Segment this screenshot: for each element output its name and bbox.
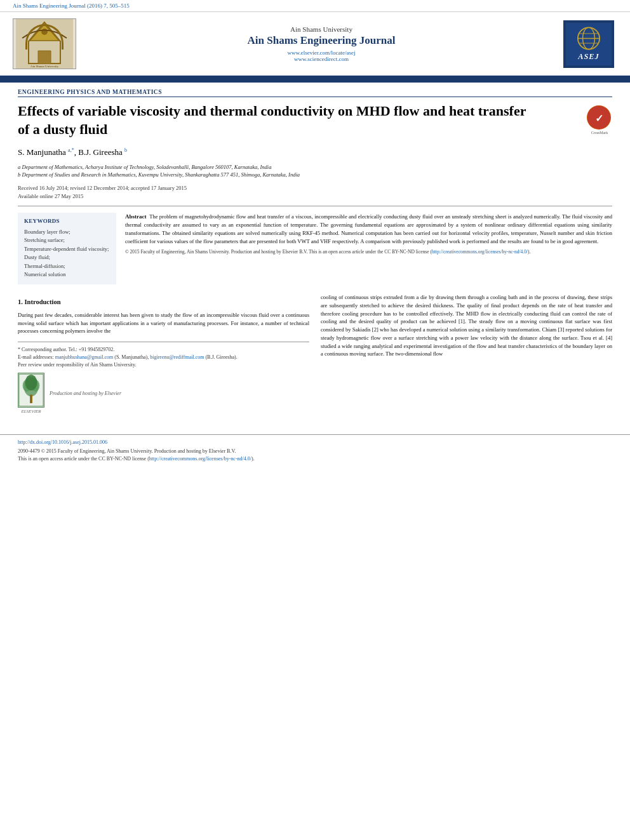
- column-right: cooling of continuous strips extruded fr…: [321, 293, 612, 419]
- crossmark-icon: ✓: [587, 105, 611, 130]
- keywords-box: KEYWORDS Boundary layer flow; Stretching…: [18, 213, 116, 285]
- intro-heading: 1. Introduction: [18, 297, 309, 307]
- footer-license-link[interactable]: http://creativecommons.org/licenses/by-n…: [149, 456, 251, 462]
- available-online: Available online 27 May 2015: [18, 192, 612, 201]
- two-column-section: 1. Introduction During past few decades,…: [18, 293, 612, 419]
- footnote-peer: Peer review under responsibility of Ain …: [18, 361, 309, 369]
- crossmark-svg: ✓: [587, 105, 611, 130]
- keywords-list: Boundary layer flow; Stretching surface;…: [24, 228, 110, 280]
- svg-text:ASEJ: ASEJ: [577, 51, 599, 60]
- journal-link-1[interactable]: www.elsevier.com/locate/asej: [83, 50, 560, 56]
- affiliations: a Department of Mathematics, Acharya Ins…: [18, 163, 612, 180]
- journal-top-bar: Ain Shams Engineering Journal (2016) 7, …: [0, 0, 630, 12]
- copyright-text: © 2015 Faculty of Engineering, Ain Shams…: [125, 249, 612, 256]
- keyword-5: Thermal-diffusion;: [24, 262, 110, 271]
- abstract-content: The problem of magnetohydrodynamic flow …: [125, 213, 612, 244]
- doi-link[interactable]: http://dx.doi.org/10.1016/j.asej.2015.01…: [18, 439, 612, 446]
- footnote-emails: E-mail addresses: manjubhushana@gmail.co…: [18, 354, 309, 361]
- elsevier-logo-row: ELSEVIER Production and hosting by Elsev…: [18, 369, 309, 419]
- received-dates: Received 16 July 2014; revised 12 Decemb…: [18, 184, 612, 192]
- email-link-2[interactable]: bigireenu@rediffmail.com: [150, 354, 204, 360]
- article-title: Effects of variable viscosity and therma…: [18, 102, 539, 138]
- dark-bar: [0, 77, 630, 83]
- footer-license: This is an open access article under the…: [18, 455, 612, 463]
- production-hosting-text: Production and hosting by Elsevier: [50, 390, 121, 397]
- elsevier-brand-text: ELSEVIER: [21, 408, 41, 415]
- svg-point-19: [25, 375, 37, 390]
- journal-center-info: Ain Shams University Ain Shams Engineeri…: [83, 25, 560, 62]
- intro-left-p1: During past few decades, considerable in…: [18, 311, 309, 335]
- university-logo-image: Ain Shams University: [13, 18, 76, 69]
- keyword-2: Stretching surface;: [24, 236, 110, 245]
- university-name: Ain Shams University: [83, 25, 560, 33]
- journal-citation: Ain Shams Engineering Journal (2016) 7, …: [13, 3, 130, 9]
- article-body: ENGINEERING PHYSICS AND MATHEMATICS Effe…: [0, 83, 630, 425]
- keyword-6: Numerical solution: [24, 270, 110, 279]
- asej-logo-svg: ASEJ: [565, 20, 613, 68]
- title-row: Effects of variable viscosity and therma…: [18, 102, 612, 147]
- dates-row: Received 16 July 2014; revised 12 Decemb…: [18, 184, 612, 201]
- university-logo-left: Ain Shams University: [13, 18, 83, 69]
- affiliation-b: b Department of Studies and Research in …: [18, 171, 612, 179]
- page-footer: http://dx.doi.org/10.1016/j.asej.2015.01…: [0, 434, 630, 467]
- keywords-title: KEYWORDS: [24, 218, 110, 224]
- affiliation-a: a Department of Mathematics, Acharya Ins…: [18, 163, 612, 171]
- column-left: 1. Introduction During past few decades,…: [18, 293, 309, 419]
- page: Ain Shams Engineering Journal (2016) 7, …: [0, 0, 630, 840]
- keyword-3: Temperature-dependent fluid viscosity;: [24, 245, 110, 254]
- elsevier-logo-box: ELSEVIER: [18, 373, 44, 415]
- footer-issn: 2090-4479 © 2015 Faculty of Engineering,…: [18, 448, 612, 455]
- journal-full-name: Ain Shams Engineering Journal: [83, 34, 560, 47]
- footnote-corresponding: * Corresponding author. Tel.: +91 994582…: [18, 346, 309, 354]
- keyword-4: Dusty fluid;: [24, 253, 110, 262]
- section-label: ENGINEERING PHYSICS AND MATHEMATICS: [18, 89, 612, 97]
- abstract-box: Abstract The problem of magnetohydrodyna…: [125, 213, 612, 285]
- elsevier-svg: [18, 373, 44, 408]
- doi-text: http://dx.doi.org/10.1016/j.asej.2015.01…: [18, 439, 107, 445]
- svg-rect-18: [30, 395, 32, 403]
- elsevier-icon: [18, 373, 44, 408]
- journal-links: www.elsevier.com/locate/asej www.science…: [83, 50, 560, 62]
- copyright-link[interactable]: http://creativecommons.org/licenses/by-n…: [432, 249, 528, 255]
- journal-header: Ain Shams University Ain Shams Universit…: [0, 12, 630, 77]
- email-link-1[interactable]: manjubhushana@gmail.com: [55, 354, 114, 360]
- keyword-1: Boundary layer flow;: [24, 228, 110, 237]
- footnote-section: * Corresponding author. Tel.: +91 994582…: [18, 342, 309, 419]
- svg-text:✓: ✓: [595, 113, 603, 124]
- asej-logo: ASEJ: [563, 20, 614, 68]
- authors-line: S. Manjunatha a,*, B.J. Gireesha b: [18, 147, 612, 157]
- svg-text:Ain Shams University: Ain Shams University: [30, 65, 59, 68]
- crossmark-label: CrossMark: [587, 131, 612, 135]
- abstract-label: Abstract: [125, 213, 147, 220]
- intro-right-p1: cooling of continuous strips extruded fr…: [321, 293, 612, 358]
- asej-logo-container: ASEJ: [560, 20, 617, 68]
- journal-link-2[interactable]: www.sciencedirect.com: [83, 56, 560, 62]
- abstract-keywords-section: KEYWORDS Boundary layer flow; Stretching…: [18, 206, 612, 285]
- abstract-text: Abstract The problem of magnetohydrodyna…: [125, 213, 612, 246]
- crossmark-container: ✓ CrossMark: [587, 105, 612, 131]
